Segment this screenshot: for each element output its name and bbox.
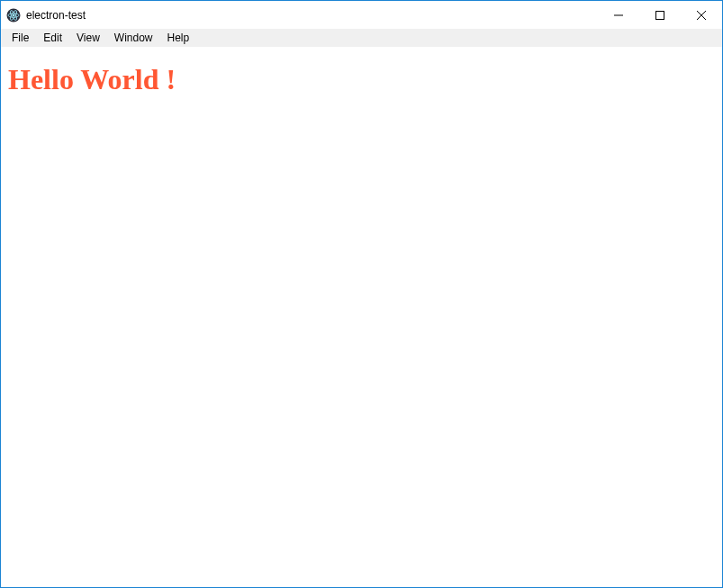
close-icon xyxy=(697,11,706,20)
svg-point-1 xyxy=(13,14,15,16)
svg-rect-6 xyxy=(656,11,664,19)
app-window: electron-test File Edit View xyxy=(0,0,723,588)
minimize-icon xyxy=(614,11,623,20)
menu-help[interactable]: Help xyxy=(160,30,197,46)
titlebar: electron-test xyxy=(1,1,722,29)
window-controls xyxy=(598,1,722,29)
minimize-button[interactable] xyxy=(598,1,639,29)
menu-window[interactable]: Window xyxy=(107,30,160,46)
maximize-button[interactable] xyxy=(639,1,681,29)
window-title: electron-test xyxy=(26,9,86,22)
maximize-icon xyxy=(655,11,664,20)
menu-edit[interactable]: Edit xyxy=(36,30,69,46)
menubar: File Edit View Window Help xyxy=(1,29,722,47)
content-area: Hello World ! xyxy=(1,47,722,587)
menu-view[interactable]: View xyxy=(69,30,107,46)
menu-file[interactable]: File xyxy=(5,30,36,46)
app-icon xyxy=(6,8,21,23)
page-heading: Hello World ! xyxy=(8,63,715,96)
close-button[interactable] xyxy=(681,1,722,29)
